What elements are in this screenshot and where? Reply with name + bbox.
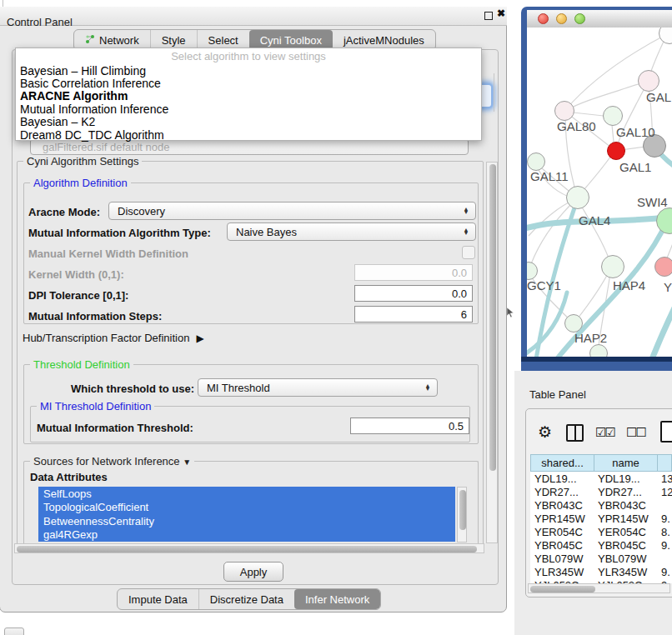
attribute-item-selected[interactable]: TopologicalCoefficient (38, 501, 455, 515)
expanded-arrow-icon: ▼ (183, 458, 191, 467)
mi-type-label: Mutual Information Algorithm Type: (28, 227, 211, 239)
sources-legend-row[interactable]: Sources for Network Inference ▼ (30, 455, 194, 468)
network-node-gal11[interactable] (527, 152, 545, 171)
combo-stepper-icon: ▲▼ (460, 208, 475, 214)
settings-vertical-scrollbar[interactable] (486, 162, 498, 543)
dropdown-item-selected[interactable]: ARACNE Algorithm (16, 90, 481, 102)
float-window-icon[interactable] (484, 12, 493, 20)
dropdown-item[interactable]: Bayesian – Hill Climbing (16, 64, 481, 77)
network-window-bottom-frame (521, 357, 672, 371)
scrollbar-thumb[interactable] (459, 490, 466, 530)
which-threshold-value: MI Threshold (198, 382, 422, 394)
mi-threshold-legend: MI Threshold Definition (37, 400, 154, 412)
network-node-hap4[interactable] (601, 255, 624, 278)
sources-legend-label: Sources for Network Inference (33, 455, 180, 468)
column-header-partial[interactable] (657, 454, 672, 472)
network-node-gal4[interactable] (566, 186, 589, 209)
node-label: GAL80 (557, 119, 596, 133)
tab-cyni-toolbox-label: Cyni Toolbox (260, 34, 322, 47)
node-label: GAL1 (619, 160, 651, 174)
attribute-item-selected[interactable]: BetweennessCentrality (38, 514, 455, 528)
network-node[interactable] (589, 344, 608, 357)
tab-discretize-data[interactable]: Discretize Data (198, 589, 294, 609)
table-panel-title: Table Panel (529, 388, 586, 401)
mi-type-combo[interactable]: Naive Bayes ▲▼ (227, 222, 476, 241)
mi-threshold-input[interactable]: 0.5 (350, 418, 469, 434)
which-threshold-combo[interactable]: MI Threshold ▲▼ (198, 378, 438, 397)
tab-impute-data[interactable]: Impute Data (118, 589, 198, 609)
dropdown-item[interactable]: Dream8 DC_TDC Algorithm (16, 128, 481, 141)
screen: Control Panel ✖ Network Style Select Cyn… (0, 0, 672, 635)
select-all-checked-icon[interactable]: ☑☑ (595, 425, 614, 440)
dpi-tolerance-label: DPI Tolerance [0,1]: (28, 289, 128, 302)
node-label: HAP2 (574, 331, 607, 345)
which-threshold-label: Which threshold to use: (71, 382, 194, 395)
network-node-salmon[interactable] (654, 257, 672, 277)
table-horizontal-scrollbar[interactable] (528, 583, 670, 593)
table-row[interactable]: YDR27... YDR27... 12 (530, 485, 672, 498)
control-panel-titlebar[interactable]: Control Panel (0, 7, 507, 26)
table-row[interactable]: YBR043C YBR043C (530, 498, 672, 512)
network-node-gal80[interactable] (554, 101, 574, 121)
tab-network-label: Network (99, 34, 139, 47)
split-columns-icon[interactable] (566, 424, 584, 442)
scrollbar-thumb[interactable] (530, 586, 595, 592)
table-settings-gear-icon[interactable]: ⚙ (538, 422, 552, 442)
minimize-traffic-light-icon[interactable] (556, 13, 567, 24)
hub-definition-label: Hub/Transcription Factor Definition (23, 332, 189, 344)
manual-kernel-checkbox[interactable] (462, 246, 475, 259)
table-row[interactable]: YLR345W YLR345W 9. (530, 565, 672, 578)
network-view-window: GAL GAL80 GAL10 GAL1 GAL11 GAL4 SWI4 GCY… (521, 7, 672, 371)
kernel-width-label: Kernel Width (0,1): (28, 268, 124, 281)
partial-bottom-button[interactable] (4, 628, 24, 635)
node-label: HAP4 (613, 278, 645, 292)
table-row[interactable]: YBR045C YBR045C 9. (530, 538, 672, 552)
network-node-gal[interactable] (638, 70, 659, 92)
groupbox-edge-fragment (494, 73, 494, 112)
dropdown-item[interactable]: Bayesian – K2 (16, 116, 481, 128)
close-traffic-light-icon[interactable] (538, 13, 549, 24)
dropdown-prompt: Select algorithm to view settings (16, 48, 481, 64)
attribute-item-selected[interactable]: gal4RGexp (38, 528, 455, 542)
dpi-tolerance-input[interactable]: 0.0 (354, 285, 473, 302)
hub-definition-toggle[interactable]: Hub/Transcription Factor Definition ▶ (23, 332, 204, 344)
mi-steps-input[interactable]: 6 (354, 306, 473, 322)
network-node-hap2[interactable] (564, 314, 583, 332)
dropdown-item[interactable]: Mutual Information Inference (16, 102, 481, 115)
tab-infer-network[interactable]: Infer Network (294, 589, 380, 609)
table-row[interactable]: YDL19... YDL19... 13 (530, 472, 672, 485)
scrollbar-thumb[interactable] (489, 164, 496, 471)
settings-horizontal-scrollbar[interactable] (14, 543, 484, 553)
kernel-width-input[interactable]: 0.0 (354, 264, 473, 281)
export-table-icon[interactable] (660, 421, 672, 442)
zoom-traffic-light-icon[interactable] (574, 13, 585, 24)
node-table: shared... name YDL19... YDL19... 13 YDR2… (530, 454, 672, 583)
aracne-mode-value: Discovery (109, 205, 460, 218)
node-label: GAL10 (616, 125, 655, 139)
scrollbar-thumb[interactable] (17, 546, 477, 552)
network-canvas[interactable]: GAL GAL80 GAL10 GAL1 GAL11 GAL4 SWI4 GCY… (527, 28, 672, 357)
close-panel-icon[interactable]: ✖ (497, 8, 505, 19)
table-row[interactable]: YPR145W YPR145W 9. (530, 512, 672, 525)
column-header-shared-name[interactable]: shared... (530, 454, 594, 472)
table-header-row: shared... name (530, 454, 672, 472)
tab-style-label: Style (162, 34, 186, 47)
table-row[interactable]: YBL079W YBL079W (530, 552, 672, 565)
combo-stepper-icon: ▲▼ (422, 384, 437, 391)
apply-button[interactable]: Apply (223, 562, 283, 582)
network-window-titlebar[interactable] (527, 10, 672, 28)
aracne-mode-combo[interactable]: Discovery ▲▼ (108, 202, 476, 220)
tab-select-label: Select (208, 34, 238, 47)
deselect-all-unchecked-icon[interactable]: ☐☐ (626, 425, 645, 440)
column-header-name[interactable]: name (594, 454, 657, 472)
algorithm-dropdown-list: Select algorithm to view settings Bayesi… (15, 48, 482, 141)
attribute-item-selected[interactable]: SelfLoops (38, 487, 455, 501)
attribute-list-scrollbar[interactable] (457, 487, 467, 542)
tab-jactivemnodules-label: jActiveMNodules (344, 34, 424, 47)
network-node-gal10[interactable] (603, 106, 623, 126)
dropdown-item[interactable]: Basic Correlation Inference (16, 77, 481, 89)
data-attributes-list: SelfLoops TopologicalCoefficient Between… (38, 487, 455, 542)
network-node-gal1-selected[interactable] (607, 142, 625, 160)
aracne-mode-label: Aracne Mode: (28, 206, 100, 218)
table-row[interactable]: YER054C YER054C 8. (530, 525, 672, 538)
